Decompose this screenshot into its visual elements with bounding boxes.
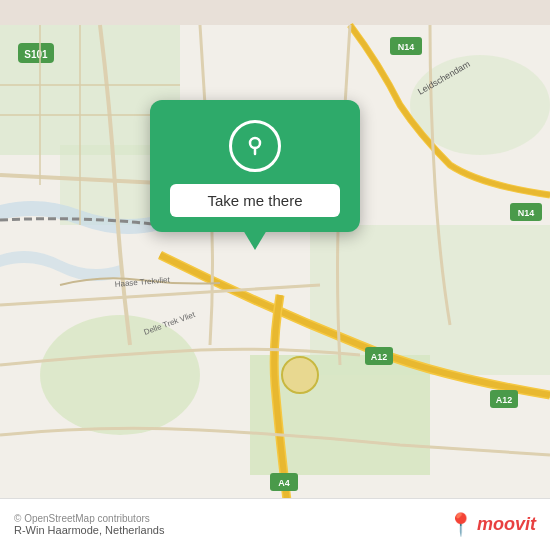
svg-text:A4: A4 [278, 478, 290, 488]
map-container: S101 N14 N14 A12 A12 A4 Leidschendam Haa… [0, 0, 550, 550]
bottom-bar: © OpenStreetMap contributors R-Win Haarm… [0, 498, 550, 550]
country-name: Netherlands [105, 524, 164, 536]
moovit-name: moovit [477, 514, 536, 535]
take-me-there-button[interactable]: Take me there [170, 184, 340, 217]
svg-point-27 [250, 138, 260, 148]
moovit-logo: 📍 moovit [447, 512, 536, 538]
location-icon-circle [229, 120, 281, 172]
svg-text:A12: A12 [371, 352, 388, 362]
attribution-text: © OpenStreetMap contributors [14, 513, 164, 524]
location-label: R-Win Haarmode, Netherlands [14, 524, 164, 536]
svg-text:N14: N14 [518, 208, 535, 218]
location-name: R-Win Haarmode [14, 524, 99, 536]
svg-text:A12: A12 [496, 395, 513, 405]
moovit-pin-icon: 📍 [447, 512, 474, 538]
pin-svg [241, 132, 269, 160]
location-popup: Take me there [150, 100, 360, 232]
svg-point-22 [282, 357, 318, 393]
moovit-branding: 📍 moovit [447, 512, 536, 538]
svg-text:N14: N14 [398, 42, 415, 52]
svg-text:S101: S101 [24, 49, 48, 60]
map-background: S101 N14 N14 A12 A12 A4 Leidschendam Haa… [0, 0, 550, 550]
svg-point-5 [40, 315, 200, 435]
bottom-info: © OpenStreetMap contributors R-Win Haarm… [14, 513, 164, 536]
